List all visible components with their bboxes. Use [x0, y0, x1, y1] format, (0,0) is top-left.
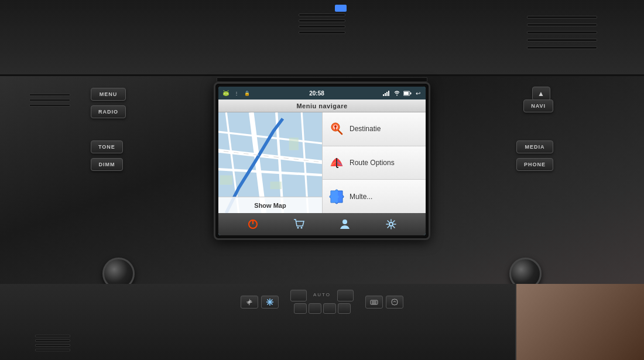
phone-button[interactable]: PHONE: [516, 158, 553, 171]
svg-rect-25: [270, 181, 282, 189]
route-options-label: Route Options: [350, 159, 395, 167]
svg-point-10: [396, 95, 398, 96]
route-options-menu-item[interactable]: Route Options: [323, 146, 426, 180]
media-slot: [217, 77, 427, 82]
svg-rect-7: [385, 93, 386, 96]
vent-btn-4[interactable]: [337, 303, 350, 314]
battery-icon: [403, 89, 412, 97]
car-interior: MENU RADIO TONE DIMM ▲ NAVI MEDIA PHONE: [0, 0, 644, 360]
main-screen: ⋮ 🔒 20:58: [218, 87, 426, 235]
climate-btn-3[interactable]: [365, 296, 383, 308]
vent-slot-h: [527, 23, 597, 26]
dashboard-top: [0, 0, 644, 76]
nav-content: Show Map: [218, 112, 426, 213]
user-icon: [340, 218, 350, 230]
status-bar-right: ↩: [382, 89, 422, 97]
navi-button[interactable]: NAVI: [523, 100, 553, 112]
vent-slot-h: [527, 16, 597, 19]
vent-btn-2[interactable]: [308, 303, 321, 314]
svg-point-29: [334, 125, 337, 128]
svg-line-3: [228, 90, 228, 91]
ac-icon: [390, 298, 399, 306]
svg-point-34: [300, 227, 302, 229]
svg-line-2: [224, 90, 224, 91]
dimm-button[interactable]: DIMM: [91, 158, 123, 171]
left-buttons-top: MENU RADIO: [91, 88, 126, 118]
vent-slot-h: [527, 31, 597, 34]
left-dark-panel: [29, 94, 82, 140]
bottom-toolbar: [218, 213, 426, 235]
multe-menu-item[interactable]: Multe...: [323, 180, 426, 213]
temp-down-btn[interactable]: [290, 290, 307, 301]
route-icon: [328, 155, 345, 171]
rear-defrost-icon: [370, 298, 378, 306]
show-map-button[interactable]: Show Map: [218, 197, 322, 213]
status-bar-left: ⋮ 🔒: [222, 89, 251, 97]
menu-area: Destinatie Route Options: [322, 112, 426, 213]
svg-rect-1: [223, 93, 229, 95]
vent-btn-3[interactable]: [323, 303, 335, 314]
nav-title: Meniu navigare: [296, 102, 347, 109]
lock-icon: 🔒: [243, 89, 251, 97]
tone-button[interactable]: TONE: [91, 140, 123, 153]
climate-btn-4[interactable]: [386, 296, 403, 308]
destinatie-label: Destinatie: [350, 125, 381, 133]
svg-point-36: [389, 222, 393, 226]
svg-rect-24: [220, 176, 233, 185]
menu-button[interactable]: MENU: [91, 88, 126, 101]
vent-slot: [299, 19, 345, 22]
right-seat-area: [515, 284, 644, 360]
svg-point-35: [342, 220, 347, 224]
svg-rect-12: [410, 92, 411, 94]
right-buttons-bottom: MEDIA PHONE: [516, 140, 553, 171]
status-bar: ⋮ 🔒 20:58: [218, 87, 426, 100]
vent-slot: [299, 25, 345, 28]
svg-rect-13: [404, 92, 409, 95]
settings-icon: [385, 218, 397, 230]
destinatie-menu-item[interactable]: Destinatie: [323, 112, 426, 146]
vent-slot: [299, 31, 345, 34]
cart-toolbar-button[interactable]: [290, 215, 308, 233]
puzzle-icon: [328, 188, 345, 205]
user-toolbar-button[interactable]: [336, 215, 354, 233]
settings-toolbar-button[interactable]: [382, 215, 400, 233]
magnify-icon: [328, 121, 345, 137]
vent-slot: [299, 13, 345, 16]
map-area: Show Map: [218, 112, 322, 213]
left-vent-bottom: [35, 335, 70, 351]
climate-btn-2[interactable]: [261, 296, 279, 308]
radio-button[interactable]: RADIO: [91, 105, 126, 118]
menu-dots-icon: ⋮: [232, 89, 241, 97]
auto-label: AUTO: [309, 290, 335, 301]
svg-rect-6: [383, 94, 384, 96]
power-icon: [247, 218, 259, 230]
media-button[interactable]: MEDIA: [516, 140, 553, 153]
svg-line-28: [338, 131, 342, 134]
svg-point-5: [227, 93, 228, 94]
vent-slot-h: [527, 46, 597, 49]
status-time: 20:58: [309, 90, 324, 97]
wifi-icon: [393, 89, 401, 97]
climate-btn-1[interactable]: [241, 296, 258, 308]
eject-button[interactable]: ▲: [532, 87, 550, 101]
right-buttons-top: NAVI: [523, 100, 553, 112]
left-buttons-bottom: TONE DIMM: [91, 140, 123, 171]
signal-icon: [382, 89, 390, 97]
nav-title-bar: Meniu navigare: [218, 100, 426, 112]
vent-right: [527, 3, 597, 61]
show-map-label: Show Map: [254, 202, 286, 209]
screen-bezel: ⋮ 🔒 20:58: [214, 82, 430, 240]
svg-rect-23: [289, 138, 299, 150]
back-icon[interactable]: ↩: [414, 89, 422, 97]
blue-indicator: [335, 5, 347, 12]
svg-rect-8: [386, 92, 388, 96]
temp-up-btn[interactable]: [337, 290, 354, 301]
snowflake-icon: [266, 298, 274, 306]
power-toolbar-button[interactable]: [244, 215, 262, 233]
multe-label: Multe...: [350, 193, 372, 201]
fan-icon: [245, 298, 254, 306]
cart-icon: [293, 219, 305, 229]
android-icon: [222, 89, 230, 97]
vent-btn-1[interactable]: [293, 303, 306, 314]
vent-slot-h: [527, 39, 597, 42]
